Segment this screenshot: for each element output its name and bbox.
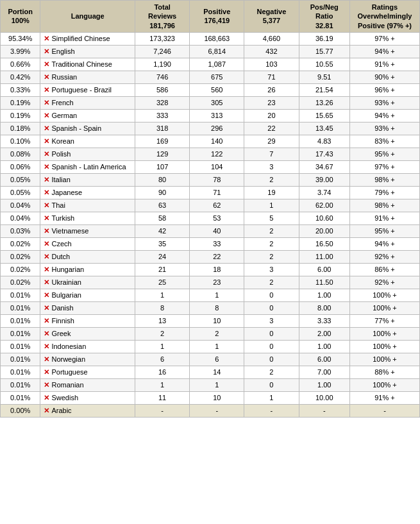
table-row: 0.01%✕Portuguese161427.0088% + — [1, 366, 420, 378]
rating-value: 90% + — [349, 71, 419, 83]
table-row: 0.19%✕French3283052313.2693% + — [1, 96, 420, 109]
rating-value: 91% + — [349, 391, 419, 404]
rating-value: 88% + — [349, 366, 419, 378]
x-icon: ✕ — [44, 150, 49, 158]
ratio-value: 17.43 — [299, 148, 349, 160]
header-positive: Positive176,419 — [190, 1, 244, 33]
portion-value: 0.05% — [1, 186, 40, 199]
table-row: 0.18%✕Spanish - Spain3182962213.4593% + — [1, 122, 420, 135]
language-name: ✕Traditional Chinese — [40, 58, 135, 71]
positive-value: 305 — [190, 96, 244, 109]
negative-value: 19 — [244, 186, 299, 199]
ratio-value: 1.00 — [299, 340, 349, 353]
positive-value: 675 — [190, 71, 244, 83]
rating-value: 100% + — [349, 289, 419, 301]
positive-value: 296 — [190, 122, 244, 135]
language-name: ✕Spanish - Spain — [40, 122, 135, 135]
ratio-value: 21.54 — [299, 83, 349, 96]
x-icon: ✕ — [44, 330, 49, 337]
negative-value: 2 — [244, 237, 299, 250]
x-icon: ✕ — [44, 112, 49, 119]
positive-value: 6 — [190, 353, 244, 366]
ratio-value: 6.00 — [299, 263, 349, 276]
portion-value: 0.18% — [1, 122, 40, 135]
positive-value: 14 — [190, 366, 244, 378]
x-icon: ✕ — [44, 317, 49, 325]
negative-value: 26 — [244, 83, 299, 96]
table-row: 0.04%✕Turkish5853510.6091% + — [1, 212, 420, 224]
language-name: ✕Czech — [40, 237, 135, 250]
negative-value: 23 — [244, 96, 299, 109]
x-icon: ✕ — [44, 368, 49, 376]
portion-value: 95.34% — [1, 32, 40, 45]
negative-value: 3 — [244, 160, 299, 173]
language-name: ✕Indonesian — [40, 340, 135, 353]
total-reviews-value: 6 — [135, 353, 190, 366]
total-reviews-value: 129 — [135, 148, 190, 160]
total-reviews-value: 1 — [135, 378, 190, 391]
negative-value: 1 — [244, 391, 299, 404]
table-row: 0.00%✕Arabic----- — [1, 404, 420, 417]
rating-value: 83% + — [349, 135, 419, 148]
table-row: 0.04%✕Thai6362162.0098% + — [1, 199, 420, 212]
total-reviews-value: 11 — [135, 391, 190, 404]
negative-value: 29 — [244, 135, 299, 148]
language-name: ✕Finnish — [40, 314, 135, 327]
ratio-value: 34.67 — [299, 160, 349, 173]
table-row: 0.01%✕Greek2202.00100% + — [1, 327, 420, 340]
portion-value: 0.66% — [1, 58, 40, 71]
x-icon: ✕ — [44, 278, 49, 286]
table-row: 0.42%✕Russian746675719.5190% + — [1, 71, 420, 83]
header-negative: Negative5,377 — [244, 1, 299, 33]
x-icon: ✕ — [44, 189, 49, 196]
rating-value: 92% + — [349, 250, 419, 263]
negative-value: 5 — [244, 212, 299, 224]
positive-value: 71 — [190, 186, 244, 199]
total-reviews-value: - — [135, 404, 190, 417]
language-name: ✕Norwegian — [40, 353, 135, 366]
language-name: ✕Portuguese — [40, 366, 135, 378]
x-icon: ✕ — [44, 214, 49, 222]
table-row: 0.02%✕Ukrainian2523211.5092% + — [1, 276, 420, 289]
negative-value: 0 — [244, 327, 299, 340]
portion-value: 0.03% — [1, 224, 40, 237]
portion-value: 0.19% — [1, 109, 40, 122]
positive-value: 313 — [190, 109, 244, 122]
negative-value: 103 — [244, 58, 299, 71]
ratio-value: 62.00 — [299, 199, 349, 212]
total-reviews-value: 42 — [135, 224, 190, 237]
rating-value: 100% + — [349, 301, 419, 314]
rating-value: 91% + — [349, 58, 419, 71]
language-name: ✕Swedish — [40, 391, 135, 404]
total-reviews-value: 107 — [135, 160, 190, 173]
portion-value: 0.02% — [1, 276, 40, 289]
positive-value: 8 — [190, 301, 244, 314]
rating-value: 95% + — [349, 148, 419, 160]
portion-value: 0.00% — [1, 404, 40, 417]
reviews-table: Portion100% Language TotalReviews181,796… — [0, 0, 420, 418]
header-ratio: Pos/NegRatio32.81 — [299, 1, 349, 33]
total-reviews-value: 328 — [135, 96, 190, 109]
table-row: 0.01%✕Swedish1110110.0091% + — [1, 391, 420, 404]
total-reviews-value: 586 — [135, 83, 190, 96]
table-row: 0.66%✕Traditional Chinese1,1901,08710310… — [1, 58, 420, 71]
portion-value: 0.04% — [1, 212, 40, 224]
ratio-value: 1.00 — [299, 289, 349, 301]
x-icon: ✕ — [44, 99, 49, 106]
rating-value: 94% + — [349, 237, 419, 250]
portion-value: 0.01% — [1, 327, 40, 340]
ratio-value: 15.77 — [299, 45, 349, 58]
language-name: ✕Korean — [40, 135, 135, 148]
ratio-value: 9.51 — [299, 71, 349, 83]
ratio-value: 3.74 — [299, 186, 349, 199]
ratio-value: 20.00 — [299, 224, 349, 237]
ratio-value: 10.00 — [299, 391, 349, 404]
table-row: 0.01%✕Norwegian6606.00100% + — [1, 353, 420, 366]
portion-value: 0.08% — [1, 148, 40, 160]
positive-value: 10 — [190, 391, 244, 404]
x-icon: ✕ — [44, 86, 49, 94]
language-name: ✕English — [40, 45, 135, 58]
portion-value: 0.10% — [1, 135, 40, 148]
language-name: ✕Dutch — [40, 250, 135, 263]
positive-value: 1 — [190, 378, 244, 391]
